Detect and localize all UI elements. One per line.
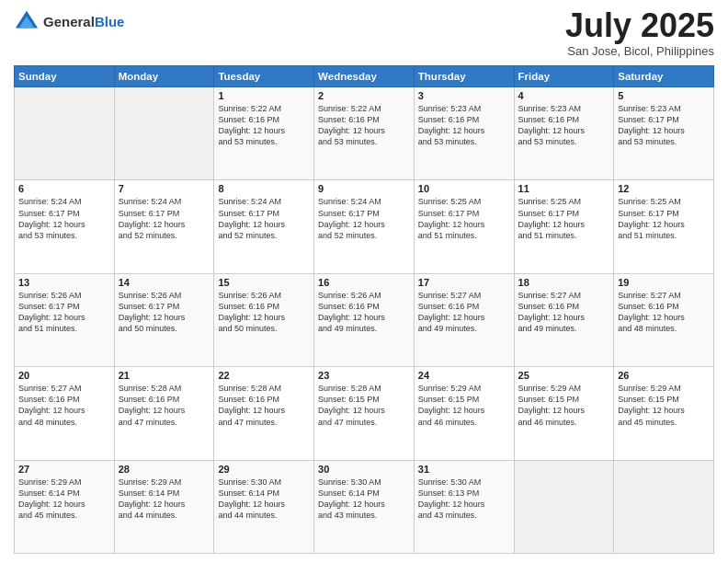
- table-row: [15, 87, 115, 180]
- table-row: 12Sunrise: 5:25 AM Sunset: 6:17 PM Dayli…: [614, 180, 714, 273]
- cell-info: Sunrise: 5:26 AM Sunset: 6:16 PM Dayligh…: [318, 290, 410, 335]
- col-saturday: Saturday: [614, 66, 714, 87]
- table-row: 16Sunrise: 5:26 AM Sunset: 6:16 PM Dayli…: [314, 273, 415, 366]
- cell-info: Sunrise: 5:24 AM Sunset: 6:17 PM Dayligh…: [218, 196, 310, 241]
- day-number: 21: [119, 370, 210, 381]
- day-number: 29: [218, 464, 310, 475]
- table-row: 3Sunrise: 5:23 AM Sunset: 6:16 PM Daylig…: [414, 87, 514, 180]
- table-row: 29Sunrise: 5:30 AM Sunset: 6:14 PM Dayli…: [214, 460, 314, 553]
- day-number: 26: [618, 370, 710, 381]
- table-row: [114, 87, 214, 180]
- table-row: 30Sunrise: 5:30 AM Sunset: 6:14 PM Dayli…: [314, 460, 415, 553]
- table-row: 10Sunrise: 5:25 AM Sunset: 6:17 PM Dayli…: [414, 180, 514, 273]
- day-number: 10: [418, 183, 510, 194]
- table-row: 25Sunrise: 5:29 AM Sunset: 6:15 PM Dayli…: [514, 367, 614, 460]
- table-row: 15Sunrise: 5:26 AM Sunset: 6:16 PM Dayli…: [214, 273, 314, 366]
- cell-info: Sunrise: 5:23 AM Sunset: 6:16 PM Dayligh…: [418, 103, 510, 148]
- cell-info: Sunrise: 5:27 AM Sunset: 6:16 PM Dayligh…: [518, 290, 610, 335]
- col-monday: Monday: [114, 66, 214, 87]
- day-number: 2: [318, 90, 410, 101]
- cell-info: Sunrise: 5:28 AM Sunset: 6:16 PM Dayligh…: [218, 383, 310, 428]
- cell-info: Sunrise: 5:24 AM Sunset: 6:17 PM Dayligh…: [18, 196, 110, 241]
- day-number: 23: [318, 370, 410, 381]
- cell-info: Sunrise: 5:24 AM Sunset: 6:17 PM Dayligh…: [318, 196, 410, 241]
- logo-blue: Blue: [95, 14, 125, 29]
- calendar-week-1: 6Sunrise: 5:24 AM Sunset: 6:17 PM Daylig…: [15, 180, 714, 273]
- cell-info: Sunrise: 5:22 AM Sunset: 6:16 PM Dayligh…: [318, 103, 410, 148]
- day-number: 11: [518, 183, 610, 194]
- day-number: 14: [119, 277, 210, 288]
- table-row: 7Sunrise: 5:24 AM Sunset: 6:17 PM Daylig…: [114, 180, 214, 273]
- logo: GeneralBlue: [14, 9, 124, 35]
- cell-info: Sunrise: 5:29 AM Sunset: 6:15 PM Dayligh…: [518, 383, 610, 428]
- col-thursday: Thursday: [414, 66, 514, 87]
- location: San Jose, Bicol, Philippines: [565, 44, 714, 58]
- cell-info: Sunrise: 5:25 AM Sunset: 6:17 PM Dayligh…: [518, 196, 610, 241]
- table-row: 9Sunrise: 5:24 AM Sunset: 6:17 PM Daylig…: [314, 180, 415, 273]
- cell-info: Sunrise: 5:25 AM Sunset: 6:17 PM Dayligh…: [618, 196, 710, 241]
- header: GeneralBlue July 2025 San Jose, Bicol, P…: [14, 9, 714, 58]
- logo-text: GeneralBlue: [43, 15, 124, 30]
- cell-info: Sunrise: 5:30 AM Sunset: 6:14 PM Dayligh…: [318, 477, 410, 522]
- calendar-table: Sunday Monday Tuesday Wednesday Thursday…: [14, 65, 714, 554]
- cell-info: Sunrise: 5:28 AM Sunset: 6:15 PM Dayligh…: [318, 383, 410, 428]
- day-number: 12: [618, 183, 710, 194]
- table-row: 26Sunrise: 5:29 AM Sunset: 6:15 PM Dayli…: [614, 367, 714, 460]
- table-row: 28Sunrise: 5:29 AM Sunset: 6:14 PM Dayli…: [114, 460, 214, 553]
- table-row: 24Sunrise: 5:29 AM Sunset: 6:15 PM Dayli…: [414, 367, 514, 460]
- cell-info: Sunrise: 5:28 AM Sunset: 6:16 PM Dayligh…: [119, 383, 210, 428]
- table-row: 21Sunrise: 5:28 AM Sunset: 6:16 PM Dayli…: [114, 367, 214, 460]
- cell-info: Sunrise: 5:29 AM Sunset: 6:14 PM Dayligh…: [119, 477, 210, 522]
- table-row: 22Sunrise: 5:28 AM Sunset: 6:16 PM Dayli…: [214, 367, 314, 460]
- cell-info: Sunrise: 5:30 AM Sunset: 6:13 PM Dayligh…: [418, 477, 510, 522]
- day-number: 6: [18, 183, 110, 194]
- table-row: 18Sunrise: 5:27 AM Sunset: 6:16 PM Dayli…: [514, 273, 614, 366]
- day-number: 15: [218, 277, 310, 288]
- month-title: July 2025: [565, 9, 714, 42]
- day-number: 7: [119, 183, 210, 194]
- table-row: 2Sunrise: 5:22 AM Sunset: 6:16 PM Daylig…: [314, 87, 415, 180]
- cell-info: Sunrise: 5:29 AM Sunset: 6:15 PM Dayligh…: [418, 383, 510, 428]
- table-row: 19Sunrise: 5:27 AM Sunset: 6:16 PM Dayli…: [614, 273, 714, 366]
- col-tuesday: Tuesday: [214, 66, 314, 87]
- table-row: [614, 460, 714, 553]
- table-row: 27Sunrise: 5:29 AM Sunset: 6:14 PM Dayli…: [15, 460, 115, 553]
- day-number: 1: [218, 90, 310, 101]
- day-number: 25: [518, 370, 610, 381]
- cell-info: Sunrise: 5:26 AM Sunset: 6:17 PM Dayligh…: [119, 290, 210, 335]
- page: GeneralBlue July 2025 San Jose, Bicol, P…: [0, 0, 728, 563]
- table-row: 23Sunrise: 5:28 AM Sunset: 6:15 PM Dayli…: [314, 367, 415, 460]
- title-block: July 2025 San Jose, Bicol, Philippines: [565, 9, 714, 58]
- day-number: 8: [218, 183, 310, 194]
- day-number: 4: [518, 90, 610, 101]
- day-number: 16: [318, 277, 410, 288]
- cell-info: Sunrise: 5:30 AM Sunset: 6:14 PM Dayligh…: [218, 477, 310, 522]
- table-row: 17Sunrise: 5:27 AM Sunset: 6:16 PM Dayli…: [414, 273, 514, 366]
- day-number: 13: [18, 277, 110, 288]
- table-row: 8Sunrise: 5:24 AM Sunset: 6:17 PM Daylig…: [214, 180, 314, 273]
- cell-info: Sunrise: 5:26 AM Sunset: 6:17 PM Dayligh…: [18, 290, 110, 335]
- cell-info: Sunrise: 5:27 AM Sunset: 6:16 PM Dayligh…: [618, 290, 710, 335]
- calendar-header-row: Sunday Monday Tuesday Wednesday Thursday…: [15, 66, 714, 87]
- cell-info: Sunrise: 5:29 AM Sunset: 6:14 PM Dayligh…: [18, 477, 110, 522]
- day-number: 27: [18, 464, 110, 475]
- table-row: 14Sunrise: 5:26 AM Sunset: 6:17 PM Dayli…: [114, 273, 214, 366]
- calendar-week-4: 27Sunrise: 5:29 AM Sunset: 6:14 PM Dayli…: [15, 460, 714, 553]
- cell-info: Sunrise: 5:29 AM Sunset: 6:15 PM Dayligh…: [618, 383, 710, 428]
- table-row: 11Sunrise: 5:25 AM Sunset: 6:17 PM Dayli…: [514, 180, 614, 273]
- day-number: 22: [218, 370, 310, 381]
- table-row: 31Sunrise: 5:30 AM Sunset: 6:13 PM Dayli…: [414, 460, 514, 553]
- calendar-week-2: 13Sunrise: 5:26 AM Sunset: 6:17 PM Dayli…: [15, 273, 714, 366]
- day-number: 31: [418, 464, 510, 475]
- calendar-week-3: 20Sunrise: 5:27 AM Sunset: 6:16 PM Dayli…: [15, 367, 714, 460]
- cell-info: Sunrise: 5:25 AM Sunset: 6:17 PM Dayligh…: [418, 196, 510, 241]
- day-number: 24: [418, 370, 510, 381]
- day-number: 5: [618, 90, 710, 101]
- table-row: 6Sunrise: 5:24 AM Sunset: 6:17 PM Daylig…: [15, 180, 115, 273]
- cell-info: Sunrise: 5:23 AM Sunset: 6:16 PM Dayligh…: [518, 103, 610, 148]
- cell-info: Sunrise: 5:26 AM Sunset: 6:16 PM Dayligh…: [218, 290, 310, 335]
- table-row: [514, 460, 614, 553]
- day-number: 28: [119, 464, 210, 475]
- logo-general: General: [43, 14, 95, 29]
- day-number: 30: [318, 464, 410, 475]
